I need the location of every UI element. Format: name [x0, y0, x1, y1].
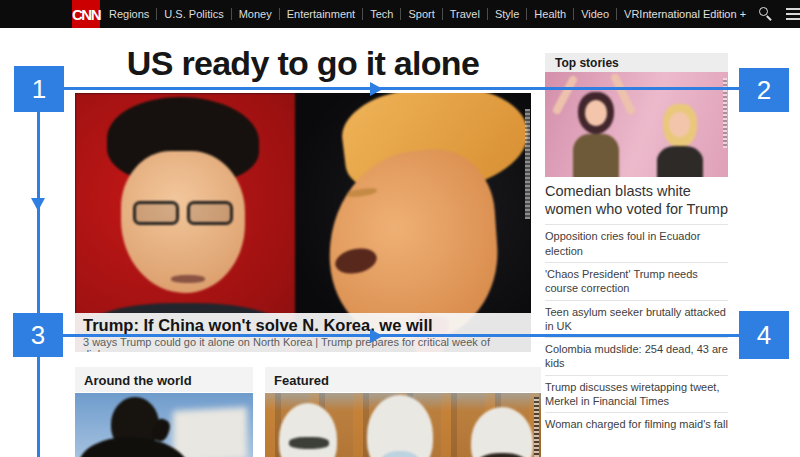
- nav-right: International Edition +: [639, 7, 800, 21]
- top-story-item[interactable]: Trump discusses wiretapping tweet, Merke…: [545, 375, 728, 413]
- nav-item[interactable]: Money: [231, 8, 272, 20]
- top-story-item[interactable]: Woman charged for filming maid's fall: [545, 412, 728, 435]
- photo-shape: [573, 134, 619, 177]
- nav-menu: RegionsU.S. PoliticsMoneyEntertainmentTe…: [109, 8, 639, 20]
- photo-shape: [133, 201, 233, 225]
- top-stories-header: Top stories: [545, 53, 728, 72]
- annotation-line-bottom: [63, 334, 739, 337]
- hamburger-icon[interactable]: [786, 8, 800, 21]
- nav-item[interactable]: Style: [487, 8, 519, 20]
- photo-shape: [173, 407, 247, 457]
- arrowhead-right-icon: [370, 329, 383, 343]
- nav-item[interactable]: U.S. Politics: [156, 8, 223, 20]
- cnn-logo[interactable]: CNN: [72, 0, 100, 28]
- photo-shape: [552, 75, 579, 116]
- cnn-homepage-screenshot: CNN RegionsU.S. PoliticsMoneyEntertainme…: [0, 0, 800, 457]
- section-photo-shapes: [265, 393, 541, 457]
- nav-item[interactable]: Sport: [400, 8, 434, 20]
- featured-header: Featured: [265, 367, 541, 392]
- photo-shape: [289, 437, 329, 449]
- annotation-line-top: [64, 87, 739, 90]
- main-headline[interactable]: US ready to go it alone: [75, 44, 531, 83]
- top-story-item[interactable]: Colombia mudslide: 254 dead, 43 are kids: [545, 337, 728, 375]
- nav-item[interactable]: Travel: [442, 8, 480, 20]
- photo-shape: [657, 146, 703, 177]
- photo-credit-strip: [534, 397, 539, 457]
- top-story-item[interactable]: Teen asylum seeker brutally attacked in …: [545, 300, 728, 338]
- arrowhead-down-icon: [31, 198, 45, 211]
- nav-item[interactable]: Health: [526, 8, 566, 20]
- featured-section: Featured: [265, 367, 541, 457]
- arrowhead-right-icon: [370, 82, 383, 96]
- annotation-marker-4: 4: [739, 311, 789, 359]
- hero-related-links[interactable]: 3 ways Trump could go it alone on North …: [83, 336, 531, 352]
- annotation-marker-2: 2: [739, 68, 789, 112]
- nav-item[interactable]: Tech: [362, 8, 393, 20]
- hero-image[interactable]: Trump: If China won't solve N. Korea, we…: [75, 93, 531, 352]
- top-story-item[interactable]: Opposition cries foul in Ecuador electio…: [545, 224, 728, 262]
- photo-shape: [669, 112, 690, 137]
- section-photo-shapes: [75, 393, 253, 457]
- top-stories-sidebar: Top stories Comedian blasts white women …: [545, 53, 728, 436]
- photo-shape: [585, 100, 607, 126]
- hero-story-title[interactable]: Trump: If China won't solve N. Korea, we…: [83, 316, 531, 335]
- nav-item[interactable]: Video: [573, 8, 609, 20]
- top-stories-lead-headline[interactable]: Comedian blasts white women who voted fo…: [545, 183, 728, 218]
- top-nav: CNN RegionsU.S. PoliticsMoneyEntertainme…: [0, 0, 800, 28]
- annotation-line-left-lower: [37, 357, 40, 457]
- search-icon[interactable]: [759, 7, 773, 21]
- photo-shape: [171, 275, 205, 283]
- edition-selector[interactable]: International Edition +: [639, 8, 746, 20]
- hero-caption-bar: Trump: If China won't solve N. Korea, we…: [75, 313, 531, 352]
- annotation-marker-3: 3: [13, 313, 63, 357]
- top-stories-list: Opposition cries foul in Ecuador electio…: [545, 224, 728, 435]
- annotation-marker-1: 1: [14, 66, 64, 112]
- photo-credit-strip: [525, 109, 530, 219]
- top-story-item[interactable]: 'Chaos President' Trump needs course cor…: [545, 262, 728, 300]
- featured-image[interactable]: [265, 393, 541, 457]
- around-the-world-header: Around the world: [75, 367, 253, 392]
- annotation-line-left-upper: [37, 112, 40, 313]
- photo-shape: [471, 407, 533, 457]
- nav-item[interactable]: VR: [616, 8, 639, 20]
- photo-shape: [367, 395, 433, 457]
- nav-item[interactable]: Regions: [109, 8, 149, 20]
- nav-item[interactable]: Entertainment: [279, 8, 355, 20]
- around-the-world-image[interactable]: [75, 393, 253, 457]
- around-the-world-section: Around the world: [75, 367, 253, 457]
